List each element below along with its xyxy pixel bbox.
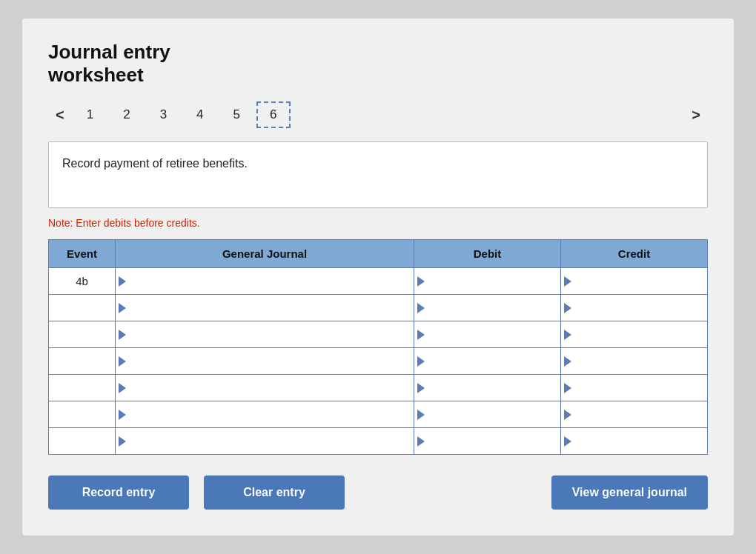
event-cell-4 [49,348,116,375]
triangle-icon-debit-2 [417,303,425,313]
journal-input-4[interactable] [129,348,411,374]
journal-cell-2[interactable] [116,295,414,321]
tab-3[interactable]: 3 [147,103,180,127]
triangle-icon-1 [119,276,126,287]
journal-cell-1[interactable] [116,268,414,295]
table-row [49,321,708,348]
triangle-icon-5 [119,383,126,393]
credit-input-5[interactable] [574,375,704,401]
header-debit: Debit [414,240,561,268]
next-arrow[interactable]: > [684,104,708,127]
event-cell-5 [49,375,116,401]
debit-cell-5[interactable] [414,375,561,401]
view-journal-button[interactable]: View general journal [551,475,708,510]
header-journal: General Journal [116,240,414,268]
journal-cell-5[interactable] [116,375,414,401]
tab-5[interactable]: 5 [220,103,253,127]
event-cell-1: 4b [49,268,116,295]
triangle-icon-debit-7 [417,436,425,447]
credit-cell-3[interactable] [561,321,708,348]
table-row [49,401,708,428]
triangle-icon-debit-4 [417,356,425,367]
page-title: Journal entryworksheet [48,41,708,87]
debit-input-2[interactable] [428,295,557,321]
journal-input-7[interactable] [129,428,411,454]
debit-input-6[interactable] [428,401,557,427]
triangle-icon-4 [119,356,126,367]
note-text: Note: Enter debits before credits. [48,217,708,229]
event-cell-6 [49,401,116,428]
record-entry-button[interactable]: Record entry [48,475,189,510]
tab-6[interactable]: 6 [256,101,290,128]
journal-input-6[interactable] [129,401,411,427]
debit-input-4[interactable] [428,348,557,374]
debit-cell-6[interactable] [414,401,561,428]
debit-input-5[interactable] [428,375,557,401]
debit-input-7[interactable] [428,428,557,454]
debit-cell-1[interactable] [414,268,561,295]
triangle-icon-credit-5 [564,383,571,393]
main-container: Journal entryworksheet < 1 2 3 4 5 6 > R… [22,19,734,535]
description-text: Record payment of retiree benefits. [62,157,248,170]
credit-input-6[interactable] [574,401,704,427]
tab-4[interactable]: 4 [183,103,216,127]
table-row [49,428,708,455]
debit-cell-4[interactable] [414,348,561,375]
buttons-row: Record entry Clear entry View general jo… [48,475,708,510]
credit-input-4[interactable] [574,348,704,374]
tab-navigation: < 1 2 3 4 5 6 > [48,101,708,128]
clear-entry-button[interactable]: Clear entry [204,475,345,510]
table-row: 4b [49,268,708,295]
triangle-icon-credit-7 [564,436,571,447]
credit-cell-6[interactable] [561,401,708,428]
event-cell-7 [49,428,116,455]
credit-cell-5[interactable] [561,375,708,401]
credit-cell-4[interactable] [561,348,708,375]
description-box: Record payment of retiree benefits. [48,141,708,208]
triangle-icon-debit-3 [417,330,425,340]
triangle-icon-debit-6 [417,410,425,420]
journal-input-2[interactable] [129,295,411,321]
triangle-icon-6 [119,410,126,420]
tab-2[interactable]: 2 [110,103,143,127]
triangle-icon-3 [119,330,126,340]
journal-cell-3[interactable] [116,321,414,348]
triangle-icon-credit-6 [564,410,571,420]
credit-cell-1[interactable] [561,268,708,295]
debit-cell-2[interactable] [414,295,561,321]
debit-input-3[interactable] [428,321,557,347]
credit-cell-2[interactable] [561,295,708,321]
credit-input-1[interactable] [574,268,704,294]
tab-1[interactable]: 1 [73,103,107,127]
triangle-icon-debit-5 [417,383,425,393]
credit-cell-7[interactable] [561,428,708,455]
journal-input-3[interactable] [129,321,411,347]
triangle-icon-debit-1 [417,276,425,287]
debit-input-1[interactable] [428,268,557,294]
journal-cell-7[interactable] [116,428,414,455]
debit-cell-7[interactable] [414,428,561,455]
credit-input-3[interactable] [574,321,704,347]
journal-cell-6[interactable] [116,401,414,428]
journal-input-5[interactable] [129,375,411,401]
table-row [49,375,708,401]
triangle-icon-2 [119,303,126,313]
debit-cell-3[interactable] [414,321,561,348]
credit-input-7[interactable] [574,428,704,454]
table-row [49,295,708,321]
header-credit: Credit [561,240,708,268]
table-row [49,348,708,375]
journal-cell-4[interactable] [116,348,414,375]
prev-arrow[interactable]: < [48,104,72,127]
event-cell-3 [49,321,116,348]
triangle-icon-credit-4 [564,356,571,367]
triangle-icon-credit-2 [564,303,571,313]
event-cell-2 [49,295,116,321]
header-event: Event [49,240,116,268]
triangle-icon-credit-1 [564,276,571,287]
journal-input-1[interactable] [129,268,411,294]
triangle-icon-credit-3 [564,330,571,340]
journal-table: Event General Journal Debit Credit 4b [48,239,708,455]
credit-input-2[interactable] [574,295,704,321]
triangle-icon-7 [119,436,126,447]
